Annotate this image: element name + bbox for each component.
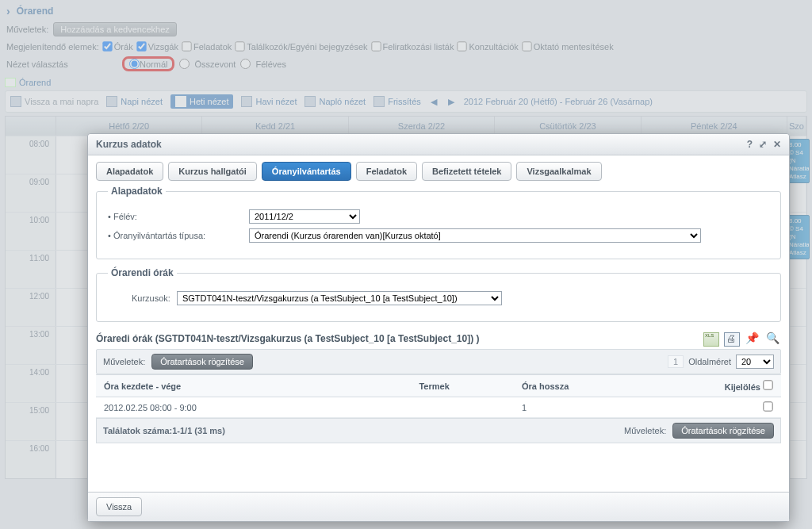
felev-label: Félév: <box>108 212 243 221</box>
back-button[interactable]: Vissza <box>96 497 142 516</box>
search-icon[interactable] <box>765 332 781 347</box>
fieldset-orarendi: Órarendi órák Kurzusok: SGTDT041N-teszt/… <box>96 267 781 322</box>
tab-hallgatoi[interactable]: Kurzus hallgatói <box>168 162 257 181</box>
page-number-badge: 1 <box>668 355 684 368</box>
fieldset-orarendi-legend: Órarendi órák <box>108 267 177 278</box>
select-all-checkbox[interactable] <box>763 380 772 389</box>
ops-bar-top: Műveletek: Óratartások rögzítése 1 Oldal… <box>96 349 781 374</box>
table-row: 2012.02.25 08:00 - 9:00 1 <box>96 397 781 418</box>
pagesize-label: Oldalméret <box>688 357 731 366</box>
fieldset-alapadatok: Alapadatok Félév: 2011/12/2 Óranyilvánta… <box>96 186 781 259</box>
list-title: Óraredi órák (SGTDT041N-teszt/Vizsgakurz… <box>96 333 480 344</box>
cell-room <box>411 397 514 418</box>
kurzusok-label: Kurzusok: <box>132 293 170 303</box>
fieldset-alapadatok-legend: Alapadatok <box>108 186 166 197</box>
tipus-select[interactable]: Órarendi (Kurzus órarenden van)[Kurzus o… <box>249 228 701 243</box>
ops-label-bottom: Műveletek: <box>624 426 666 435</box>
lessons-table: Óra kezdete - vége Termek Óra hossza Kij… <box>96 374 781 418</box>
th-sel-label: Kijelölés <box>725 382 760 392</box>
modal-title-text: Kurzus adatok <box>96 139 162 150</box>
print-icon[interactable] <box>724 332 740 347</box>
kurzusok-select[interactable]: SGTDT041N-teszt/Vizsgakurzus (a TestSubj… <box>177 291 502 305</box>
tab-befizetett[interactable]: Befizetett tételek <box>422 162 511 181</box>
pagesize-select[interactable]: 20 <box>736 355 774 369</box>
help-button[interactable]: ? <box>747 139 753 150</box>
th-sel[interactable]: Kijelölés <box>685 375 781 397</box>
th-len[interactable]: Óra hossza <box>514 375 685 397</box>
cell-len: 1 <box>514 397 685 418</box>
cell-time: 2012.02.25 08:00 - 9:00 <box>96 397 411 418</box>
modal-course-data: Kurzus adatok ? ⤢ ✕ Alapadatok Kurzus ha… <box>87 133 790 522</box>
tipus-label: Óranyilvántartás típusa: <box>108 231 243 240</box>
export-xls-icon[interactable] <box>703 332 719 347</box>
tab-oranyilvantartas[interactable]: Óranyilvántartás <box>262 162 351 181</box>
record-button-top[interactable]: Óratartások rögzítése <box>151 354 253 370</box>
tab-feladatok[interactable]: Feladatok <box>356 162 417 181</box>
ops-label-modal: Műveletek: <box>103 357 145 366</box>
tab-alapadatok[interactable]: Alapadatok <box>96 162 163 181</box>
results-count: Találatok száma:1-1/1 (31 ms) <box>103 426 225 435</box>
results-footer: Találatok száma:1-1/1 (31 ms) Műveletek:… <box>96 418 781 443</box>
pin-icon[interactable] <box>745 332 760 347</box>
th-room[interactable]: Termek <box>411 375 514 397</box>
felev-select[interactable]: 2011/12/2 <box>249 209 360 224</box>
tab-vizsgaalkalmak[interactable]: Vizsgaalkalmak <box>516 162 601 181</box>
th-time[interactable]: Óra kezdete - vége <box>96 375 411 397</box>
close-button[interactable]: ✕ <box>773 139 781 150</box>
expand-button[interactable]: ⤢ <box>759 139 767 150</box>
row-select-checkbox[interactable] <box>763 401 772 411</box>
record-button-bottom[interactable]: Óratartások rögzítése <box>672 423 774 439</box>
